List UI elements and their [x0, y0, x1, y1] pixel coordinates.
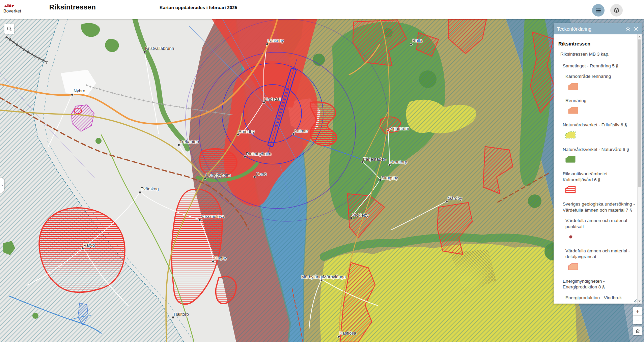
legend-swatch: [558, 131, 637, 141]
legend-item: Riksintressen MB 3 kap.: [558, 51, 637, 57]
legend-swatch-point-icon: [567, 232, 579, 241]
expand-panel-button[interactable]: ›: [0, 178, 4, 193]
legend-item: Riksantikvarieämbetet - Kulturmiljövård …: [558, 171, 637, 183]
legend-item: Rennäring: [558, 98, 637, 104]
legend-swatch: [558, 82, 637, 92]
legend-swatch-green-icon: [565, 155, 576, 164]
search-icon: [7, 26, 12, 32]
legend-swatch: [558, 106, 637, 116]
legend-swatch: [558, 303, 637, 304]
zoom-out-button[interactable]: −: [633, 316, 642, 324]
legend-swatch-magenta-icon: [567, 303, 579, 304]
legend-panel-title: Teckenförklaring: [557, 26, 625, 32]
chevron-right-icon: ›: [1, 183, 3, 188]
layers-button[interactable]: [610, 4, 623, 17]
app-header: Boverket Riksintressen Kartan uppdaterad…: [0, 0, 644, 19]
legend-item: Naturvårdsverket - Naturvård 6 §: [558, 147, 637, 153]
legend-item: Sveriges geologiska undersökning - Värde…: [558, 201, 637, 213]
legend-swatch: [558, 232, 637, 243]
legend-item: Naturvårdsverket - Friluftsliv 6 §: [558, 122, 637, 128]
home-button[interactable]: [633, 327, 642, 335]
boverket-logo[interactable]: Boverket: [3, 2, 27, 14]
search-button[interactable]: [4, 24, 14, 34]
legend-root-title: Riksintressen: [558, 41, 637, 46]
legend-body: Riksintressen Riksintressen MB 3 kap.Sam…: [554, 34, 638, 304]
scroll-down-icon[interactable]: [638, 299, 642, 304]
resize-handle-icon[interactable]: [633, 299, 637, 303]
zoom-controls: + −: [633, 307, 642, 324]
legend-panel-header[interactable]: Teckenförklaring: [554, 23, 642, 34]
boverket-logo-icon: [4, 2, 14, 8]
legend-item: Värdefulla ämnen och material - detaljav…: [558, 248, 637, 260]
legend-item: Kärnområde rennäring: [558, 73, 637, 80]
update-notice: Kartan uppdaterades i februari 2025: [160, 5, 237, 10]
legend-swatch: [558, 262, 637, 273]
legend-toggle-button[interactable]: [592, 4, 605, 17]
scrollbar-thumb[interactable]: [638, 39, 641, 187]
zoom-in-button[interactable]: +: [633, 307, 642, 315]
riksintressen-app: Boverket Riksintressen Kartan uppdaterad…: [0, 0, 644, 342]
legend-swatch-peach-icon: [567, 262, 579, 271]
legend-item: Värdefulla ämnen och material - punktsat…: [558, 218, 637, 229]
layers-icon: [613, 7, 620, 13]
map-canvas[interactable]: NybroKristvallabrunnLäckebyRällaLindsdal…: [0, 19, 644, 342]
collapse-icon[interactable]: [625, 27, 631, 31]
legend-swatch: [558, 155, 637, 165]
scroll-up-icon[interactable]: [638, 34, 642, 39]
legend-swatch-salmon-icon: [567, 82, 579, 91]
legend-swatch: [558, 185, 637, 195]
legend-panel: Teckenförklaring Riksintressen Riksintre…: [554, 23, 642, 304]
boverket-logo-text: Boverket: [3, 8, 21, 13]
legend-list-icon: [595, 7, 601, 13]
legend-scrollbar[interactable]: [637, 34, 642, 304]
legend-item: Energiproduktion - Vindbruk: [558, 295, 637, 301]
map-artwork: [0, 19, 644, 342]
home-icon: [635, 329, 640, 334]
legend-item: Sametinget - Rennäring 5 §: [558, 63, 637, 69]
legend-swatch-salmon-icon: [567, 106, 579, 115]
legend-swatch-yellow-icon: [565, 131, 576, 139]
legend-item: Energimyndigheten - Energiproduktion 8 §: [558, 278, 637, 290]
legend-swatch-redhatch-icon: [565, 185, 576, 194]
page-title: Riksintressen: [49, 3, 96, 11]
close-icon[interactable]: [634, 27, 638, 31]
